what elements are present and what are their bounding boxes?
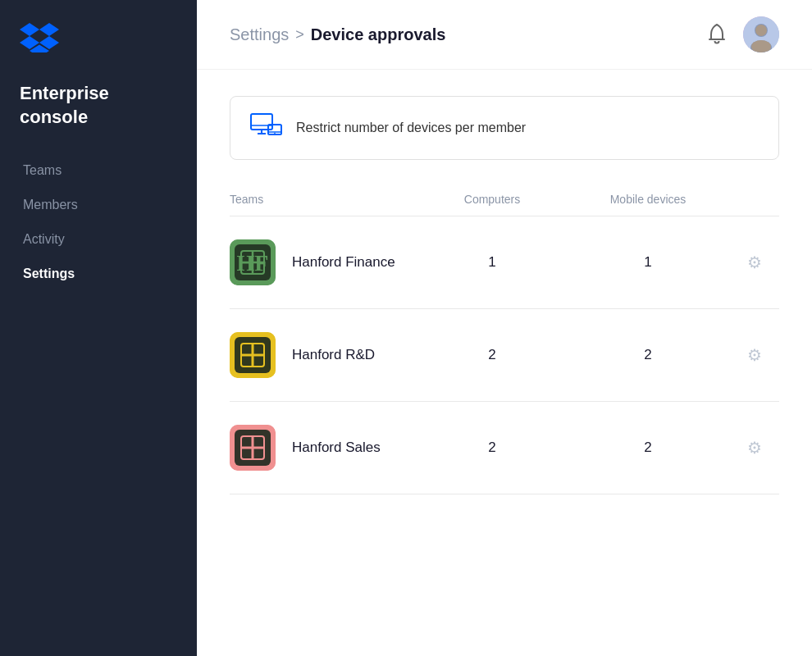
team-logo-hanford-sales bbox=[230, 425, 276, 471]
settings-gear-icon[interactable]: ⚙ bbox=[747, 253, 762, 272]
table-row: Hanford Sales 2 2 ⚙ bbox=[230, 402, 779, 494]
sidebar-item-settings[interactable]: Settings bbox=[13, 258, 184, 289]
team-cell: HF Hanford Finance bbox=[230, 239, 418, 285]
sidebar-item-activity[interactable]: Activity bbox=[13, 224, 184, 255]
team-name: Hanford Sales bbox=[292, 440, 381, 456]
app-title: Enterprise console bbox=[0, 82, 197, 155]
sidebar: Enterprise console Teams Members Activit… bbox=[0, 0, 197, 656]
table-row: HF Hanford Finance 1 1 ⚙ bbox=[230, 216, 779, 309]
col-teams: Teams bbox=[230, 193, 418, 206]
breadcrumb: Settings > Device approvals bbox=[230, 25, 445, 44]
table-row: Hanford R&D 2 2 ⚙ bbox=[230, 309, 779, 402]
header-actions bbox=[704, 16, 779, 52]
monitor-icon bbox=[250, 113, 283, 143]
main-content: Settings > Device approvals bbox=[197, 0, 812, 656]
breadcrumb-parent: Settings bbox=[230, 25, 289, 44]
col-mobile-devices: Mobile devices bbox=[566, 193, 730, 206]
breadcrumb-current: Device approvals bbox=[311, 25, 446, 44]
row-actions: ⚙ bbox=[730, 253, 779, 272]
page-header: Settings > Device approvals bbox=[197, 0, 812, 70]
svg-point-11 bbox=[274, 133, 276, 134]
device-restriction-banner: Restrict number of devices per member bbox=[230, 96, 779, 160]
row-actions: ⚙ bbox=[730, 438, 779, 458]
team-logo-hanford-rd bbox=[230, 332, 276, 378]
svg-point-3 bbox=[755, 25, 767, 36]
page-content: Restrict number of devices per member Te… bbox=[197, 70, 812, 656]
mobile-devices-count: 1 bbox=[566, 254, 730, 271]
table-header: Teams Computers Mobile devices bbox=[230, 186, 779, 216]
computers-count: 2 bbox=[418, 440, 566, 456]
user-avatar[interactable] bbox=[743, 16, 779, 52]
banner-text: Restrict number of devices per member bbox=[296, 121, 526, 135]
settings-gear-icon[interactable]: ⚙ bbox=[747, 438, 762, 458]
team-cell: Hanford Sales bbox=[230, 425, 418, 471]
computers-count: 2 bbox=[418, 347, 566, 363]
team-logo-hanford-finance: HF bbox=[230, 239, 276, 285]
breadcrumb-separator: > bbox=[295, 26, 304, 43]
sidebar-item-teams[interactable]: Teams bbox=[13, 155, 184, 186]
notification-bell-icon[interactable] bbox=[704, 21, 730, 48]
row-actions: ⚙ bbox=[730, 345, 779, 365]
avatar-image bbox=[743, 16, 779, 52]
computers-count: 1 bbox=[418, 254, 566, 271]
team-name: Hanford Finance bbox=[292, 254, 395, 271]
sidebar-item-members[interactable]: Members bbox=[13, 189, 184, 221]
team-name: Hanford R&D bbox=[292, 347, 375, 363]
sidebar-nav: Teams Members Activity Settings bbox=[0, 155, 197, 289]
team-cell: Hanford R&D bbox=[230, 332, 418, 378]
app-logo[interactable] bbox=[0, 20, 197, 82]
settings-gear-icon[interactable]: ⚙ bbox=[747, 345, 762, 365]
mobile-devices-count: 2 bbox=[566, 347, 730, 363]
mobile-devices-count: 2 bbox=[566, 440, 730, 456]
svg-rect-5 bbox=[251, 114, 272, 130]
col-computers: Computers bbox=[418, 193, 566, 206]
